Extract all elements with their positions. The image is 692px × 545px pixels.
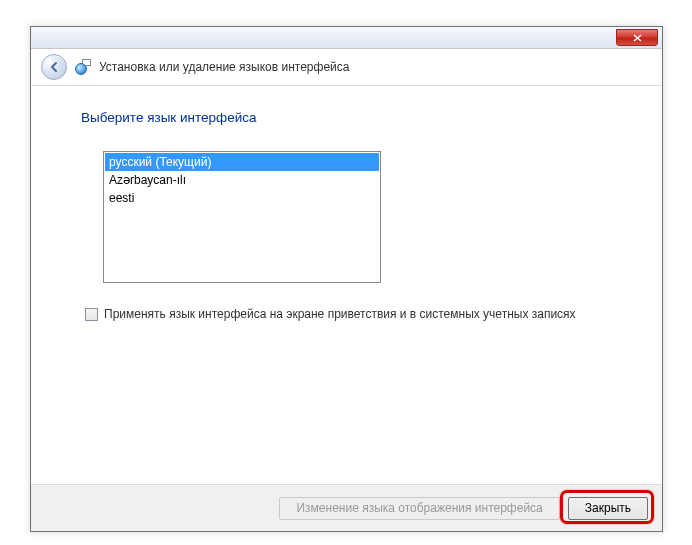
dialog-window: Установка или удаление языков интерфейса… [30, 26, 663, 532]
page-heading: Выберите язык интерфейса [81, 110, 612, 125]
apply-checkbox[interactable] [85, 308, 98, 321]
footer: Изменение языка отображения интерфейса З… [31, 484, 662, 531]
window-close-button[interactable] [616, 29, 658, 46]
language-listbox[interactable]: русский (Текущий) Azərbaycan-ılı eesti [103, 151, 381, 283]
arrow-left-icon [47, 60, 61, 74]
titlebar [31, 27, 662, 49]
apply-checkbox-row: Применять язык интерфейса на экране прив… [85, 307, 612, 321]
apply-checkbox-label: Применять язык интерфейса на экране прив… [104, 307, 576, 321]
language-item[interactable]: русский (Текущий) [105, 153, 379, 171]
change-language-button: Изменение языка отображения интерфейса [279, 497, 559, 520]
window-title: Установка или удаление языков интерфейса [99, 60, 349, 74]
nav-row: Установка или удаление языков интерфейса [31, 49, 662, 85]
language-globe-icon [75, 59, 91, 75]
language-item[interactable]: Azərbaycan-ılı [105, 171, 379, 189]
content-area: Выберите язык интерфейса русский (Текущи… [31, 86, 662, 321]
language-item[interactable]: eesti [105, 189, 379, 207]
close-button[interactable]: Закрыть [568, 497, 648, 520]
back-button[interactable] [41, 54, 67, 80]
close-icon [633, 34, 642, 42]
